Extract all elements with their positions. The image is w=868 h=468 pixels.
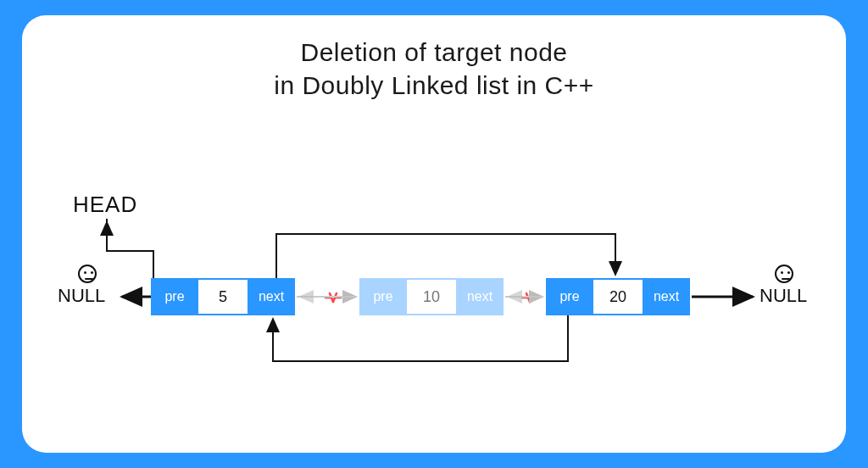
list-node-deleted: pre 10 next — [359, 278, 504, 315]
null-label-right: NULL — [760, 285, 807, 307]
broken-link-icon — [519, 287, 541, 309]
node-next-cell: next — [249, 280, 293, 314]
broken-link-icon — [322, 287, 344, 309]
list-node: pre 5 next — [151, 278, 295, 315]
head-label: HEAD — [73, 192, 137, 218]
diagram-card: Deletion of target node in Doubly Linked… — [22, 15, 846, 453]
node-next-cell: next — [644, 280, 688, 314]
node-prev-cell: pre — [548, 280, 592, 314]
node-value-cell: 20 — [592, 280, 644, 314]
face-icon — [775, 265, 793, 283]
node-value-cell: 10 — [405, 280, 458, 314]
list-node: pre 20 next — [546, 278, 690, 315]
node-prev-cell: pre — [153, 280, 197, 314]
node-prev-cell: pre — [361, 280, 405, 314]
linked-list-diagram: HEAD NULL NULL pre 5 next pre 10 next pr… — [22, 15, 846, 453]
arrows-layer — [22, 15, 846, 453]
node-next-cell: next — [458, 280, 502, 314]
null-label-left: NULL — [58, 285, 105, 307]
node-value-cell: 5 — [197, 280, 249, 314]
face-icon — [78, 265, 97, 283]
